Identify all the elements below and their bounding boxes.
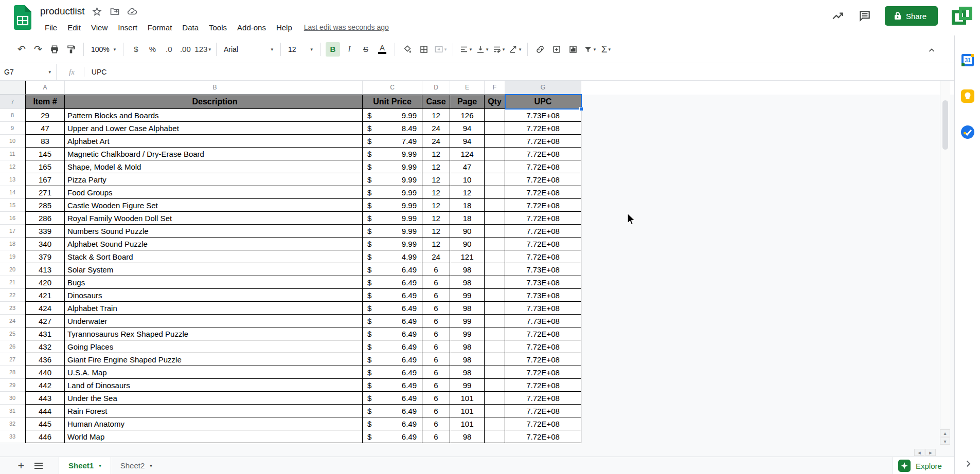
row-header-28[interactable]: 28 <box>0 366 25 379</box>
cell-page[interactable]: 99 <box>450 327 485 340</box>
cell-page[interactable]: 18 <box>450 199 485 212</box>
cell-upc[interactable]: 7.72E+08 <box>505 160 581 173</box>
cell-upc[interactable]: 7.72E+08 <box>505 135 581 148</box>
row-header-27[interactable]: 27 <box>0 353 25 366</box>
cell-description[interactable]: Royal Family Wooden Doll Set <box>65 212 363 225</box>
row-header-29[interactable]: 29 <box>0 379 25 392</box>
vertical-scrollbar[interactable] <box>940 81 950 428</box>
cell-unit-price[interactable]: $9.99 <box>363 173 422 186</box>
cell-unit-price[interactable]: $8.49 <box>363 122 422 135</box>
row-header-31[interactable]: 31 <box>0 405 25 417</box>
cell-description[interactable]: Going Places <box>65 340 363 353</box>
cell-item[interactable]: 286 <box>25 212 65 225</box>
cell-qty[interactable] <box>485 238 505 250</box>
select-all-corner[interactable] <box>0 81 25 95</box>
row-header-14[interactable]: 14 <box>0 186 25 199</box>
column-header-g[interactable]: G <box>505 81 581 95</box>
cell-item[interactable]: 83 <box>25 135 65 148</box>
cell-case[interactable]: 12 <box>422 186 450 199</box>
header-cell-upc[interactable]: UPC <box>505 95 581 109</box>
cell-page[interactable]: 18 <box>450 212 485 225</box>
cell-unit-price[interactable]: $9.99 <box>363 212 422 225</box>
cell-page[interactable]: 99 <box>450 289 485 302</box>
cell-page[interactable]: 126 <box>450 109 485 122</box>
cell-page[interactable]: 101 <box>450 392 485 405</box>
cell-page[interactable]: 98 <box>450 302 485 315</box>
cell-unit-price[interactable]: $9.99 <box>363 186 422 199</box>
cell-case[interactable]: 12 <box>422 199 450 212</box>
cell-item[interactable]: 285 <box>25 199 65 212</box>
cell-description[interactable]: Castle Wooden Figure Set <box>65 199 363 212</box>
row-header-8[interactable]: 8 <box>0 109 25 122</box>
cell-case[interactable]: 6 <box>422 327 450 340</box>
cell-unit-price[interactable]: $6.49 <box>363 302 422 315</box>
cell-qty[interactable] <box>485 160 505 173</box>
header-cell-description[interactable]: Description <box>65 95 363 109</box>
menu-view[interactable]: View <box>86 22 112 33</box>
cell-upc[interactable]: 7.72E+08 <box>505 340 581 353</box>
cell-description[interactable]: Pizza Party <box>65 173 363 186</box>
cell-unit-price[interactable]: $4.99 <box>363 250 422 263</box>
row-header-9[interactable]: 9 <box>0 122 25 135</box>
row-header-26[interactable]: 26 <box>0 340 25 353</box>
cell-item[interactable]: 413 <box>25 263 65 276</box>
cell-qty[interactable] <box>485 199 505 212</box>
cell-upc[interactable]: 7.72E+08 <box>505 430 581 443</box>
font-size-select[interactable]: 12 ▾ <box>286 45 315 53</box>
cell-page[interactable]: 101 <box>450 405 485 417</box>
cell-item[interactable]: 420 <box>25 276 65 289</box>
cell-unit-price[interactable]: $6.49 <box>363 263 422 276</box>
number-format-icon[interactable]: 123▾ <box>194 42 211 57</box>
cell-item[interactable]: 421 <box>25 289 65 302</box>
star-icon[interactable] <box>92 6 102 16</box>
row-header-17[interactable]: 17 <box>0 225 25 238</box>
calendar-icon[interactable]: 31 <box>960 53 975 67</box>
cell-page[interactable]: 99 <box>450 315 485 327</box>
comment-history-icon[interactable] <box>858 9 871 23</box>
cell-unit-price[interactable]: $9.99 <box>363 148 422 160</box>
cell-page[interactable]: 94 <box>450 135 485 148</box>
cell-qty[interactable] <box>485 353 505 366</box>
keep-icon[interactable] <box>960 89 975 103</box>
cell-item[interactable]: 446 <box>25 430 65 443</box>
cell-page[interactable]: 10 <box>450 173 485 186</box>
decrease-decimal-icon[interactable]: .0 <box>162 42 176 57</box>
column-header-e[interactable]: E <box>450 81 485 95</box>
row-header-10[interactable]: 10 <box>0 135 25 148</box>
header-cell-case[interactable]: Case <box>422 95 450 109</box>
cell-case[interactable]: 6 <box>422 263 450 276</box>
borders-icon[interactable] <box>417 42 431 57</box>
cell-item[interactable]: 443 <box>25 392 65 405</box>
vertical-scrollbar-thumb[interactable] <box>942 100 948 150</box>
cell-item[interactable]: 432 <box>25 340 65 353</box>
cell-upc[interactable]: 7.72E+08 <box>505 173 581 186</box>
cell-case[interactable]: 6 <box>422 379 450 392</box>
cell-case[interactable]: 24 <box>422 250 450 263</box>
cell-upc[interactable]: 7.72E+08 <box>505 353 581 366</box>
cell-item[interactable]: 167 <box>25 173 65 186</box>
sheets-logo-icon[interactable] <box>13 5 32 30</box>
cell-case[interactable]: 12 <box>422 148 450 160</box>
scroll-left-button[interactable]: ◂ <box>914 449 924 456</box>
cell-item[interactable]: 165 <box>25 160 65 173</box>
cell-upc[interactable]: 7.73E+08 <box>505 289 581 302</box>
row-header-24[interactable]: 24 <box>0 315 25 327</box>
cell-case[interactable]: 6 <box>422 366 450 379</box>
row-header-16[interactable]: 16 <box>0 212 25 225</box>
row-header-33[interactable]: 33 <box>0 430 25 443</box>
font-select[interactable]: Arial ▾ <box>222 45 275 53</box>
cell-qty[interactable] <box>485 135 505 148</box>
filter-icon[interactable]: ▾ <box>582 42 597 57</box>
cell-upc[interactable]: 7.72E+08 <box>505 186 581 199</box>
cell-qty[interactable] <box>485 289 505 302</box>
text-color-icon[interactable]: A <box>375 42 389 57</box>
cell-upc[interactable]: 7.72E+08 <box>505 212 581 225</box>
cell-qty[interactable] <box>485 417 505 430</box>
header-cell-unit-price[interactable]: Unit Price <box>363 95 422 109</box>
cell-description[interactable]: Under the Sea <box>65 392 363 405</box>
cell-description[interactable]: Pattern Blocks and Boards <box>65 109 363 122</box>
cell-item[interactable]: 47 <box>25 122 65 135</box>
cell-qty[interactable] <box>485 379 505 392</box>
menu-insert[interactable]: Insert <box>113 22 142 33</box>
last-edit-link[interactable]: Last edit was seconds ago <box>304 23 389 31</box>
